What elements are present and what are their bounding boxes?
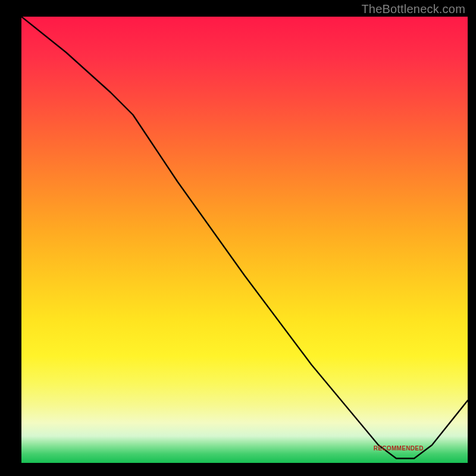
chart-frame: TheBottleneck.com RECOMMENDED [0, 0, 476, 476]
watermark-text: TheBottleneck.com [361, 2, 465, 16]
recommended-annotation: RECOMMENDED [374, 445, 424, 452]
line-chart [21, 17, 468, 463]
curve-line [21, 17, 468, 459]
plot-area: RECOMMENDED [21, 17, 468, 463]
